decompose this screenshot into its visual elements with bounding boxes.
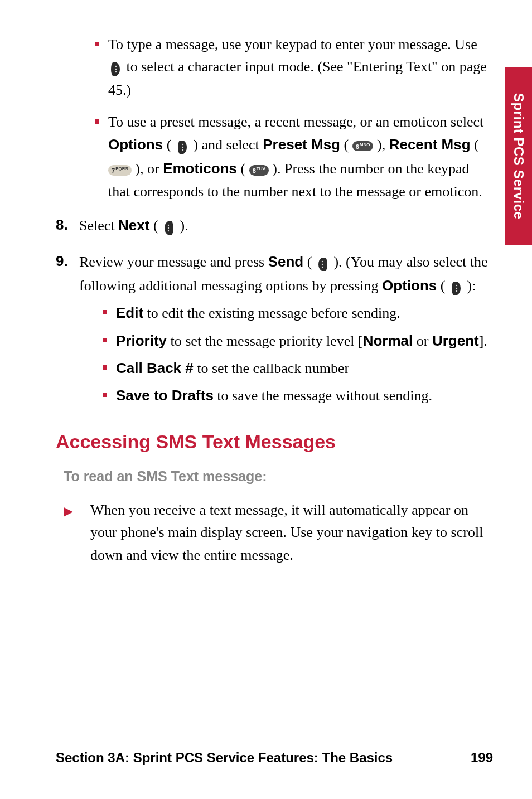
text: ( — [167, 137, 172, 153]
emoticons-label: Emoticons — [163, 160, 237, 177]
option-edit: Edit to edit the existing message before… — [103, 302, 493, 325]
text: ( — [153, 217, 158, 234]
svg-point-1 — [115, 69, 117, 70]
key-6-icon: 6MNO — [352, 141, 374, 152]
svg-point-4 — [182, 147, 183, 148]
priority-label: Priority — [116, 332, 167, 349]
softkey-right-icon — [451, 276, 462, 298]
text: To type a message, use your keypad to en… — [108, 36, 477, 52]
next-label: Next — [118, 217, 149, 234]
text: ( — [307, 254, 312, 270]
softkey-right-icon — [110, 57, 121, 79]
step-number: 8. — [56, 214, 79, 238]
softkey-left-icon — [317, 252, 328, 274]
text: ( — [441, 278, 446, 294]
softkey-right-icon — [177, 135, 188, 157]
text: to edit the existing message before send… — [147, 305, 400, 321]
arrow-icon: ▶ — [64, 499, 90, 566]
text: ( — [474, 137, 479, 153]
text: ). — [180, 217, 188, 234]
step-9-options-list: Edit to edit the existing message before… — [103, 302, 493, 407]
footer-section: Section 3A: Sprint PCS Service Features:… — [56, 750, 393, 766]
text: ), — [377, 137, 389, 153]
text: ( — [344, 137, 349, 153]
text: to save the message without sending. — [217, 388, 432, 404]
text: ]. — [479, 333, 487, 349]
svg-point-6 — [168, 225, 169, 226]
instruction-text: When you receive a text message, it will… — [90, 499, 493, 566]
send-label: Send — [268, 253, 304, 270]
key-7-icon: 7PQRS — [108, 165, 132, 176]
svg-point-14 — [456, 290, 457, 292]
recent-msg-label: Recent Msg — [389, 136, 471, 153]
svg-point-10 — [322, 264, 323, 265]
bullet-preset-message: To use a preset message, a recent messag… — [95, 111, 493, 203]
text: or — [413, 333, 432, 349]
option-callback: Call Back # to set the callback number — [103, 357, 493, 380]
svg-point-8 — [168, 230, 169, 231]
text: to set the callback number — [197, 360, 349, 376]
options-label: Options — [382, 277, 437, 294]
instruction-item: ▶ When you receive a text message, it wi… — [64, 499, 493, 566]
option-priority: Priority to set the message priority lev… — [103, 330, 493, 352]
text: ) and select — [193, 137, 263, 153]
svg-point-9 — [322, 261, 323, 262]
bullet-type-message: To type a message, use your keypad to en… — [95, 33, 493, 102]
step-9: 9. Review your message and press Send ( … — [56, 250, 493, 412]
normal-label: Normal — [363, 332, 413, 349]
text: Review your message and press — [79, 254, 268, 270]
page-content: To type a message, use your keypad to en… — [0, 0, 532, 799]
text: To use a preset message, a recent messag… — [108, 114, 483, 130]
svg-point-11 — [322, 267, 323, 268]
svg-point-3 — [182, 144, 183, 145]
svg-point-0 — [115, 66, 117, 67]
svg-point-7 — [168, 227, 169, 229]
text: ), or — [135, 161, 163, 177]
callback-label: Call Back # — [116, 360, 194, 376]
text: to set the message priority level [ — [171, 333, 363, 349]
section-heading: Accessing SMS Text Messages — [56, 428, 493, 456]
urgent-label: Urgent — [432, 332, 479, 349]
text: ( — [241, 161, 246, 177]
preset-msg-label: Preset Msg — [263, 136, 340, 153]
save-drafts-label: Save to Drafts — [116, 387, 214, 404]
edit-label: Edit — [116, 304, 143, 321]
step-text: Review your message and press Send ( ). … — [79, 250, 493, 412]
options-label: Options — [108, 136, 163, 153]
svg-point-12 — [456, 285, 457, 286]
key-8-icon: 8TUV — [249, 165, 269, 176]
text: ): — [467, 278, 476, 294]
step-text: Select Next ( ). — [79, 214, 493, 238]
softkey-left-icon — [163, 216, 175, 238]
text: to select a character input mode. (See "… — [108, 59, 487, 98]
step-8: 8. Select Next ( ). — [56, 214, 493, 238]
text: Select — [79, 217, 118, 234]
footer-page-number: 199 — [471, 750, 493, 766]
sub-heading: To read an SMS Text message: — [64, 466, 493, 487]
svg-point-5 — [182, 149, 183, 151]
step-number: 9. — [56, 250, 79, 412]
svg-point-13 — [456, 288, 457, 289]
svg-point-2 — [115, 71, 117, 72]
page-footer: Section 3A: Sprint PCS Service Features:… — [56, 750, 493, 766]
option-save-drafts: Save to Drafts to save the message witho… — [103, 384, 493, 407]
top-bullet-list: To type a message, use your keypad to en… — [95, 33, 493, 203]
